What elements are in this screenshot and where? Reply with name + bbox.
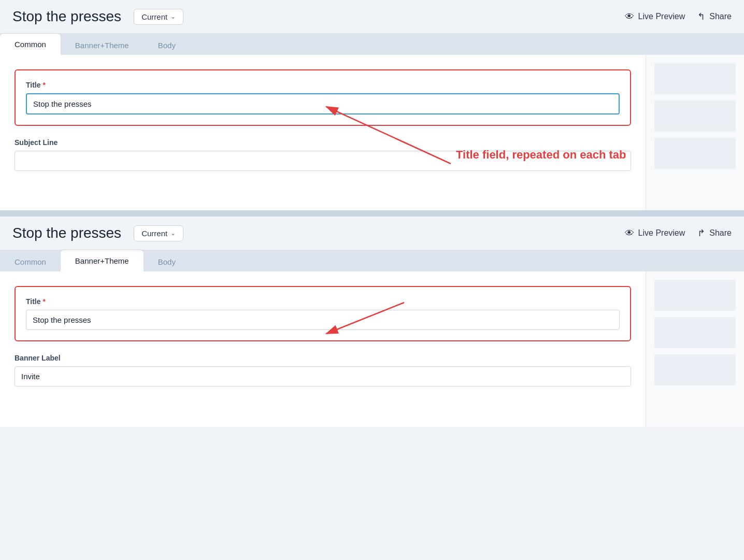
panel-1-main: Title * Subject Line (0, 55, 646, 210)
sidebar-placeholder-2c (654, 354, 736, 385)
panels-wrapper: Stop the presses Current ⌄ 👁 Live Previe… (0, 0, 744, 427)
eye-icon-1: 👁 (625, 11, 634, 22)
tab-body-2[interactable]: Body (144, 251, 190, 271)
panel-2-tabs: Common Banner+Theme Body (0, 250, 744, 271)
title-required-star-2: * (43, 297, 46, 306)
banner-label-input-2[interactable] (15, 366, 631, 386)
title-input-1[interactable] (26, 93, 620, 114)
live-preview-button-1[interactable]: 👁 Live Preview (625, 11, 685, 22)
tab-banner-theme-2[interactable]: Banner+Theme (61, 250, 144, 271)
banner-label-text-2: Banner Label (15, 354, 61, 362)
live-preview-button-2[interactable]: 👁 Live Preview (625, 228, 685, 239)
live-preview-label-2: Live Preview (638, 228, 685, 238)
tab-body-2-label: Body (158, 257, 176, 266)
tab-common-1[interactable]: Common (0, 34, 61, 55)
banner-label-field-group-2: Banner Label (15, 354, 631, 386)
share-button-1[interactable]: ↱ Share (697, 11, 732, 22)
title-label-text-1: Title (26, 81, 41, 89)
subject-line-label-1: Subject Line (15, 138, 631, 147)
tab-banner-theme-1-label: Banner+Theme (75, 41, 129, 50)
title-field-label-1: Title * (26, 81, 620, 89)
tab-common-1-label: Common (15, 40, 46, 49)
sidebar-placeholder-1b (654, 100, 736, 132)
panel-1-title: Stop the presses (12, 8, 121, 25)
share-label-2: Share (709, 228, 732, 238)
panel-2: Stop the presses Current ⌄ 👁 Live Previe… (0, 217, 744, 427)
header-right-1: 👁 Live Preview ↱ Share (625, 11, 732, 22)
title-field-group-2: Title * (26, 297, 620, 330)
live-preview-label-1: Live Preview (638, 12, 685, 21)
current-dropdown-1[interactable]: Current ⌄ (134, 9, 183, 25)
panel-divider (0, 210, 744, 217)
sidebar-placeholder-1c (654, 138, 736, 169)
title-field-group-1: Title * (26, 81, 620, 114)
panel-2-content: Title * Banner Label (0, 271, 744, 427)
title-field-box-2: Title * (15, 286, 631, 341)
subject-line-field-group-1: Subject Line (15, 138, 631, 171)
panel-2-main: Title * Banner Label (0, 271, 646, 427)
share-button-2[interactable]: ↱ Share (697, 227, 732, 239)
current-dropdown-1-label: Current (141, 12, 167, 21)
subject-line-input-1[interactable] (15, 151, 631, 171)
panel-2-header: Stop the presses Current ⌄ 👁 Live Previe… (0, 217, 744, 250)
panel-2-title: Stop the presses (12, 225, 121, 241)
share-icon-2: ↱ (697, 227, 705, 239)
subject-line-label-text-1: Subject Line (15, 138, 58, 147)
tab-common-2[interactable]: Common (0, 251, 61, 271)
eye-icon-2: 👁 (625, 228, 634, 239)
chevron-down-icon-1: ⌄ (170, 13, 176, 20)
header-right-2: 👁 Live Preview ↱ Share (625, 227, 732, 239)
tab-body-1-label: Body (158, 41, 176, 50)
sidebar-placeholder-2b (654, 317, 736, 348)
share-icon-1: ↱ (697, 11, 705, 22)
current-dropdown-2[interactable]: Current ⌄ (134, 225, 183, 241)
sidebar-placeholder-2a (654, 280, 736, 311)
panel-1-sidebar (646, 55, 744, 210)
title-label-text-2: Title (26, 297, 41, 306)
current-dropdown-2-label: Current (141, 229, 167, 238)
tab-common-2-label: Common (15, 257, 46, 266)
tab-body-1[interactable]: Body (144, 35, 190, 55)
panel-2-sidebar (646, 271, 744, 427)
title-required-star-1: * (43, 81, 46, 89)
banner-label-label-2: Banner Label (15, 354, 631, 362)
tab-banner-theme-2-label: Banner+Theme (75, 256, 129, 265)
title-field-box-1: Title * (15, 69, 631, 126)
panel-1-content: Title * Subject Line (0, 55, 744, 210)
title-field-label-2: Title * (26, 297, 620, 306)
panel-1-tabs: Common Banner+Theme Body (0, 34, 744, 55)
sidebar-placeholder-1a (654, 63, 736, 94)
share-label-1: Share (709, 12, 732, 21)
chevron-down-icon-2: ⌄ (170, 229, 176, 237)
panel-1-header: Stop the presses Current ⌄ 👁 Live Previe… (0, 0, 744, 34)
title-input-2[interactable] (26, 310, 620, 330)
panel-1: Stop the presses Current ⌄ 👁 Live Previe… (0, 0, 744, 210)
tab-banner-theme-1[interactable]: Banner+Theme (61, 35, 144, 55)
